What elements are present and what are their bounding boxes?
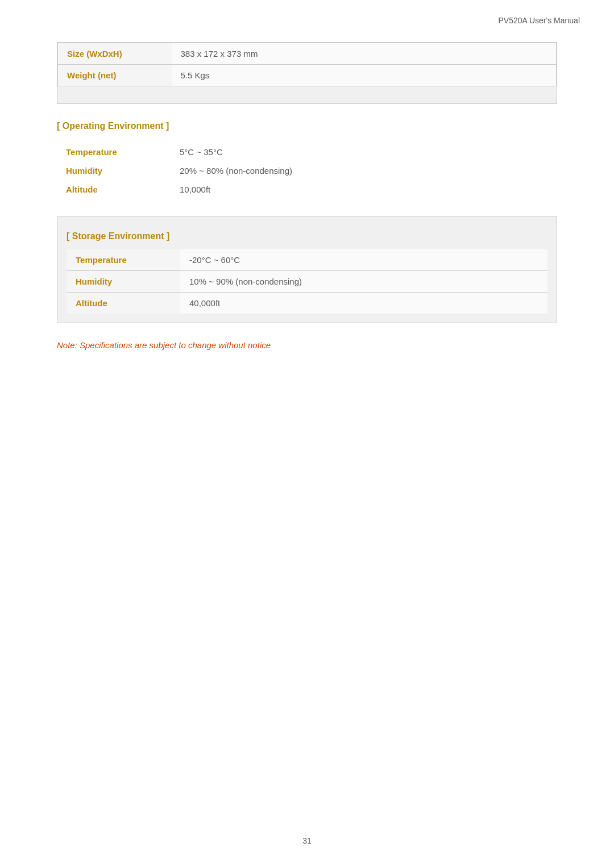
row-value: 5°C ~ 35°C [171, 143, 557, 161]
page-title: PV520A User's Manual [498, 16, 580, 25]
row-label: Temperature [57, 143, 171, 161]
row-label: Altitude [57, 180, 171, 199]
row-value: 10% ~ 90% (non-condensing) [180, 271, 547, 293]
row-label: Size (WxDxH) [58, 43, 172, 65]
operating-env-heading: [ Operating Environment ] [57, 121, 557, 131]
table-row: Size (WxDxH)383 x 172 x 373 mm [58, 43, 557, 65]
row-label: Temperature [67, 249, 180, 271]
row-label: Weight (net) [58, 65, 172, 86]
storage-env-heading: [ Storage Environment ] [67, 231, 547, 241]
row-value: 20% ~ 80% (non-condensing) [171, 161, 557, 180]
page-number: 31 [0, 836, 614, 845]
table-row: Altitude10,000ft [57, 180, 557, 199]
storage-env-section: [ Storage Environment ] Temperature-20°C… [57, 216, 557, 323]
row-value: 40,000ft [180, 293, 547, 314]
table-row: Altitude40,000ft [67, 293, 547, 314]
row-value: 5.5 Kgs [172, 65, 557, 86]
row-value: 383 x 172 x 373 mm [172, 43, 557, 65]
table-row: Weight (net)5.5 Kgs [58, 65, 557, 86]
note-text: Note: Specifications are subject to chan… [57, 340, 557, 350]
row-value: 10,000ft [171, 180, 557, 199]
table-row: Temperature5°C ~ 35°C [57, 143, 557, 161]
top-specs-box: Size (WxDxH)383 x 172 x 373 mmWeight (ne… [57, 42, 557, 104]
row-label: Altitude [67, 293, 180, 314]
row-label: Humidity [67, 271, 180, 293]
storage-env-table: Temperature-20°C ~ 60°CHumidity10% ~ 90%… [67, 249, 547, 314]
row-label: Humidity [57, 161, 171, 180]
row-value: -20°C ~ 60°C [180, 249, 547, 271]
top-specs-table: Size (WxDxH)383 x 172 x 373 mmWeight (ne… [57, 43, 557, 86]
table-row: Humidity10% ~ 90% (non-condensing) [67, 271, 547, 293]
operating-env-table: Temperature5°C ~ 35°CHumidity20% ~ 80% (… [57, 143, 557, 199]
table-row: Humidity20% ~ 80% (non-condensing) [57, 161, 557, 180]
table-row: Temperature-20°C ~ 60°C [67, 249, 547, 271]
